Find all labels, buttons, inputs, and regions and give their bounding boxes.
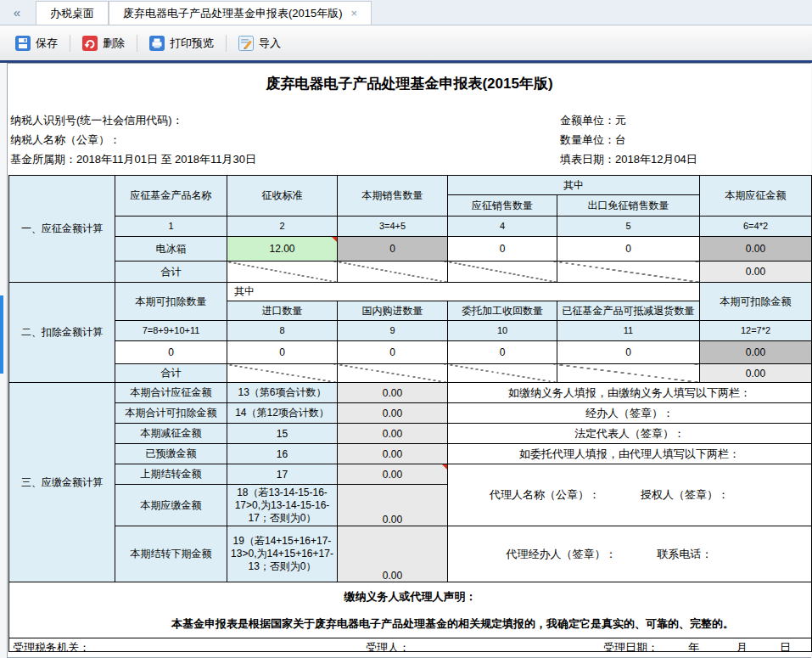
s2-header-entrusted: 委托加工收回数量	[448, 301, 557, 321]
s2-total-amount: 0.00	[700, 364, 812, 383]
delete-icon	[82, 36, 98, 51]
declaration-body: 本基金申报表是根据国家关于废弃电器电子产品处理基金的相关规定填报的，我确定它是真…	[11, 616, 809, 632]
s1-standard-input[interactable]: 12.00	[227, 237, 338, 262]
s2-deduct-qty-value: 0	[115, 341, 227, 364]
s1-export-qty-input[interactable]: 0	[557, 237, 700, 262]
fund-period-value: 2018年11月01日 至 2018年11月30日	[76, 153, 256, 166]
tab-fund-declaration-label: 废弃电器电子产品处理基金申报表(2015年版)	[123, 6, 343, 21]
s3-item-19-label: 本期结转下期金额	[115, 526, 227, 582]
s3-item-15-num: 15	[227, 424, 338, 444]
s3-note-handler: 经办人（签章）：	[448, 403, 812, 424]
s3-item-13-label: 本期合计应征金额	[115, 383, 227, 403]
agent-handler-label: 代理经办人（签章）：	[507, 548, 617, 560]
s2-header-amount: 本期可扣除金额	[700, 283, 812, 321]
s2-colnum-7: 7=8+9+10+11	[115, 321, 227, 341]
acceptance-footer: 受理税务机关： 受理人： 受理日期： 年 月 日	[9, 638, 812, 652]
save-button[interactable]: 保存	[7, 32, 66, 54]
s2-header-returned: 已征基金产品可抵减退货数量	[557, 301, 700, 321]
s2-domestic-input[interactable]: 0	[338, 341, 448, 364]
s3-note-agent-intro: 如委托代理人填报，由代理人填写以下两栏：	[448, 444, 812, 464]
s1-levy-qty-input[interactable]: 0	[448, 237, 557, 262]
print-preview-button[interactable]: 打印预览	[141, 32, 222, 54]
s1-header-export-qty: 出口免征销售数量	[557, 195, 700, 217]
s1-amount-value: 0.00	[700, 237, 812, 262]
form-header-info: 纳税人识别号(统一社会信用代码)： 纳税人名称（公章）： 基金所属期：2018年…	[10, 110, 809, 172]
s3-item-17-label: 上期结转金额	[115, 464, 227, 485]
s2-returned-input[interactable]: 0	[557, 341, 700, 364]
s1-header-amount: 本期应征金额	[700, 176, 812, 217]
s2-total-entrusted-struck	[448, 364, 557, 383]
s1-colnum-2: 2	[227, 217, 338, 237]
tab-tax-desktop[interactable]: 办税桌面	[36, 1, 109, 25]
save-icon	[15, 36, 31, 51]
s2-header-domestic: 国内购进数量	[338, 301, 448, 321]
s3-item-13-value: 0.00	[338, 383, 448, 403]
s2-total-import-struck	[227, 364, 338, 383]
import-label: 导入	[259, 36, 281, 51]
s2-import-input[interactable]: 0	[227, 341, 338, 364]
close-tab-icon[interactable]: ×	[351, 7, 358, 20]
s2-header-among: 其中	[227, 283, 700, 301]
s3-note-agent-handler: 代理经办人（签章）：联系电话：	[448, 526, 812, 582]
s1-product-name: 电冰箱	[115, 237, 227, 262]
s3-item-16-value: 0.00	[338, 444, 448, 464]
s2-header-import: 进口数量	[227, 301, 338, 321]
declaration-form: 废弃电器电子产品处理基金申报表(2015年版) 纳税人识别号(统一社会信用代码)…	[7, 63, 811, 658]
red-corner-marker	[332, 237, 337, 242]
s2-colnum-12: 12=7*2	[700, 321, 812, 341]
collapse-tabs-icon[interactable]: «	[0, 0, 34, 25]
day-label: 日	[780, 640, 791, 652]
section2-label: 二、扣除金额计算	[9, 283, 115, 383]
s1-header-among: 其中	[448, 176, 700, 195]
s2-colnum-11: 11	[557, 321, 700, 341]
s1-header-product: 应征基金产品名称	[115, 176, 227, 217]
s3-item-17-num: 17	[227, 464, 338, 485]
s3-item-18-num: 18（若13-14-15-16-17>0,为13-14-15-16-17；否则为…	[227, 485, 338, 526]
s1-total-amount: 0.00	[700, 262, 812, 283]
quantity-unit: 数量单位：台	[560, 130, 697, 149]
s3-item-19-num: 19（若14+15+16+17-13>0,为14+15+16+17-13；否则为…	[227, 526, 338, 582]
s1-header-standard: 征收标准	[227, 176, 338, 217]
fill-date-line: 填表日期：2018年12月04日	[560, 149, 697, 169]
s3-note-payer: 如缴纳义务人填报，由缴纳义务人填写以下两栏：	[448, 383, 812, 403]
form-header-info-right: 金额单位：元 数量单位：台 填表日期：2018年12月04日	[560, 110, 697, 169]
year-label: 年	[688, 640, 699, 652]
s1-colnum-6: 6=4*2	[700, 217, 812, 237]
left-scrollbar-thumb[interactable]	[0, 295, 3, 374]
tab-bar: « 办税桌面 废弃电器电子产品处理基金申报表(2015年版) ×	[0, 0, 812, 25]
s2-entrusted-input[interactable]: 0	[448, 341, 557, 364]
save-label: 保存	[36, 36, 58, 51]
s1-header-sales-qty: 本期销售数量	[338, 176, 448, 217]
s3-item-18-value: 0.00	[338, 485, 448, 526]
s1-total-export-struck	[557, 262, 700, 283]
s3-item-15-value: 0.00	[338, 424, 448, 444]
s2-colnum-10: 10	[448, 321, 557, 341]
fund-period-label: 基金所属期：	[10, 153, 76, 166]
red-corner-marker	[442, 464, 447, 470]
taxpayer-id-label: 纳税人识别号(统一社会信用代码)：	[10, 114, 183, 127]
section1-label: 一、应征金额计算	[9, 176, 115, 283]
import-pencil-icon	[238, 36, 254, 51]
printer-icon	[149, 36, 165, 51]
s2-colnum-8: 8	[227, 321, 338, 341]
s3-item-18-label: 本期应缴金额	[115, 485, 227, 526]
s1-total-standard-struck	[227, 262, 338, 283]
tab-fund-declaration-form[interactable]: 废弃电器电子产品处理基金申报表(2015年版) ×	[109, 1, 372, 25]
delete-button[interactable]: 删除	[74, 32, 133, 54]
s3-item-14-value: 0.00	[338, 403, 448, 424]
s3-item-17-value: 0.00	[338, 464, 448, 485]
s3-item-15-label: 本期减征金额	[115, 424, 227, 444]
contact-phone-label: 联系电话：	[658, 548, 713, 560]
s1-total-label: 合计	[115, 262, 227, 283]
s2-header-deduct-qty: 本期可扣除数量	[115, 283, 227, 321]
import-button[interactable]: 导入	[230, 32, 289, 54]
taxpayer-name-label: 纳税人名称（公章）：	[10, 133, 120, 146]
s1-colnum-1: 1	[115, 217, 227, 237]
s2-total-domestic-struck	[338, 364, 448, 383]
tab-tax-desktop-label: 办税桌面	[50, 6, 94, 21]
fill-date-label: 填表日期：	[560, 153, 615, 166]
acceptance-date-label: 受理日期：	[603, 640, 658, 652]
accepting-tax-authority-label: 受理税务机关：	[13, 640, 90, 652]
s3-note-legal-rep: 法定代表人（签章）：	[448, 424, 812, 444]
s3-item-16-label: 已预缴金额	[115, 444, 227, 464]
